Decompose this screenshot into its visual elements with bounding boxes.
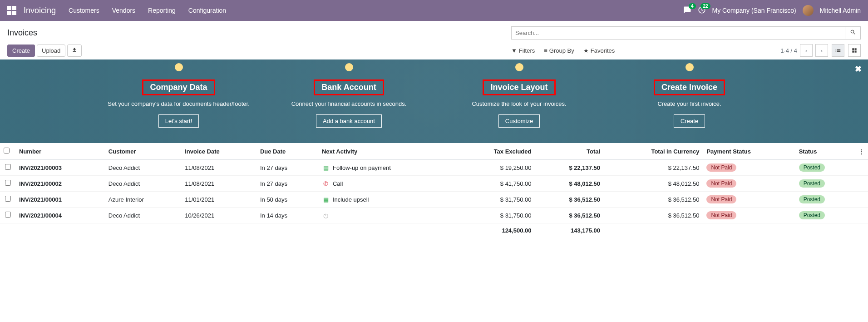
onboard-step-desc: Set your company's data for documents he… <box>94 100 264 108</box>
pager-text: 1-4 / 4 <box>780 47 797 54</box>
cell-due-date: In 27 days <box>256 176 318 192</box>
upload-button[interactable]: Upload <box>37 45 65 57</box>
row-checkbox[interactable] <box>5 196 11 202</box>
table-row[interactable]: INV/2021/00004 Deco Addict 10/26/2021 In… <box>0 208 868 223</box>
cell-tax-excluded: $ 19,250.00 <box>455 160 535 176</box>
nav-customers[interactable]: Customers <box>69 7 99 14</box>
pager-next[interactable]: › <box>815 44 828 57</box>
col-customer[interactable]: Customer <box>105 143 181 160</box>
cell-total-currency: $ 36,512.50 <box>604 208 703 223</box>
cell-payment-status: Not Paid <box>703 208 795 223</box>
cell-invoice-date: 10/26/2021 <box>181 208 256 223</box>
control-panel: Invoices Create Upload ▼ Filters ≡ Group… <box>0 21 868 59</box>
onboard-step-1: Bank Account Connect your financial acco… <box>264 79 434 128</box>
pill-posted: Posted <box>799 195 825 203</box>
cell-number: INV/2021/00002 <box>15 176 105 192</box>
pill-posted: Posted <box>799 163 825 172</box>
cell-number: INV/2021/00003 <box>15 160 105 176</box>
pill-posted: Posted <box>799 211 825 219</box>
cell-customer: Deco Addict <box>105 208 181 223</box>
activities-icon[interactable]: 22 <box>698 6 706 15</box>
col-number[interactable]: Number <box>15 143 105 160</box>
col-next-activity[interactable]: Next Activity <box>318 143 455 160</box>
col-invoice-date[interactable]: Invoice Date <box>181 143 256 160</box>
table-row[interactable]: INV/2021/00002 Deco Addict 11/08/2021 In… <box>0 176 868 192</box>
company-selector[interactable]: My Company (San Francisco) <box>712 7 796 14</box>
cell-due-date: In 14 days <box>256 208 318 223</box>
onboarding-banner: ✖ Company Data Set your company's data f… <box>0 59 868 143</box>
onboard-step-3: Create Invoice Create your first invoice… <box>604 79 774 128</box>
app-brand[interactable]: Invoicing <box>24 6 56 15</box>
search-input[interactable] <box>512 27 845 39</box>
onboard-progress-line <box>104 48 764 49</box>
cell-activity[interactable]: ▤Include upsell <box>318 192 455 208</box>
cell-tax-excluded: $ 31,750.00 <box>455 208 535 223</box>
total-tax-excluded: 124,500.00 <box>455 223 535 238</box>
cell-number: INV/2021/00001 <box>15 192 105 208</box>
cell-total-currency: $ 48,012.50 <box>604 176 703 192</box>
user-name[interactable]: Mitchell Admin <box>820 7 861 14</box>
col-tax-excluded[interactable]: Tax Excluded <box>455 143 535 160</box>
messages-badge: 4 <box>689 3 696 9</box>
onboard-step-button[interactable]: Let's start! <box>158 114 199 128</box>
search-button[interactable] <box>845 27 860 39</box>
col-status[interactable]: Status <box>795 143 855 160</box>
cell-total: $ 36,512.50 <box>535 192 604 208</box>
cell-customer: Deco Addict <box>105 176 181 192</box>
cell-activity[interactable]: ✆Call <box>318 176 455 192</box>
onboard-step-title: Bank Account <box>314 79 384 95</box>
cell-due-date: In 50 days <box>256 192 318 208</box>
cell-total: $ 36,512.50 <box>535 208 604 223</box>
cell-due-date: In 27 days <box>256 160 318 176</box>
view-kanban[interactable] <box>848 44 861 57</box>
onboard-step-desc: Create your first invoice. <box>604 100 774 108</box>
cell-payment-status: Not Paid <box>703 192 795 208</box>
close-icon[interactable]: ✖ <box>855 64 862 74</box>
apps-switcher-icon[interactable] <box>7 6 16 15</box>
row-checkbox[interactable] <box>5 212 11 218</box>
table-row[interactable]: INV/2021/00003 Deco Addict 11/08/2021 In… <box>0 160 868 176</box>
pager-prev[interactable]: ‹ <box>800 44 813 57</box>
select-all-checkbox[interactable] <box>4 148 10 154</box>
messages-icon[interactable]: 4 <box>683 6 691 15</box>
cell-activity[interactable]: ◷ <box>318 208 455 223</box>
cell-status: Posted <box>795 192 855 208</box>
onboard-step-dot <box>686 63 694 71</box>
nav-configuration[interactable]: Configuration <box>188 7 226 14</box>
onboard-step-desc: Connect your financial accounts in secon… <box>264 100 434 108</box>
table-totals-row: 124,500.00 143,175.00 <box>0 223 868 238</box>
onboard-step-title: Create Invoice <box>654 79 725 95</box>
col-due-date[interactable]: Due Date <box>256 143 318 160</box>
create-button[interactable]: Create <box>7 45 35 57</box>
col-total[interactable]: Total <box>535 143 604 160</box>
cell-invoice-date: 11/01/2021 <box>181 192 256 208</box>
onboard-step-title: Invoice Layout <box>483 79 555 95</box>
row-checkbox[interactable] <box>5 180 11 186</box>
cell-payment-status: Not Paid <box>703 176 795 192</box>
user-avatar[interactable] <box>803 5 814 16</box>
table-row[interactable]: INV/2021/00001 Azure Interior 11/01/2021… <box>0 192 868 208</box>
onboard-step-0: Company Data Set your company's data for… <box>94 79 264 128</box>
onboard-step-button[interactable]: Customize <box>498 114 540 128</box>
row-checkbox[interactable] <box>5 164 11 170</box>
cell-tax-excluded: $ 31,750.00 <box>455 192 535 208</box>
cell-invoice-date: 11/08/2021 <box>181 160 256 176</box>
cell-total-currency: $ 36,512.50 <box>604 192 703 208</box>
nav-reporting[interactable]: Reporting <box>148 7 176 14</box>
cell-customer: Deco Addict <box>105 160 181 176</box>
activity-green-icon: ▤ <box>322 164 330 171</box>
nav-vendors[interactable]: Vendors <box>112 7 135 14</box>
col-payment-status[interactable]: Payment Status <box>703 143 795 160</box>
download-button[interactable] <box>67 45 82 57</box>
invoices-table: Number Customer Invoice Date Due Date Ne… <box>0 143 868 238</box>
cell-status: Posted <box>795 208 855 223</box>
cell-number: INV/2021/00004 <box>15 208 105 223</box>
onboard-step-button[interactable]: Create <box>674 114 705 128</box>
onboard-step-button[interactable]: Add a bank account <box>316 114 382 128</box>
view-list[interactable] <box>832 44 844 57</box>
pill-notpaid: Not Paid <box>706 179 736 188</box>
onboard-step-dot <box>515 63 523 71</box>
col-total-currency[interactable]: Total in Currency <box>604 143 703 160</box>
cell-activity[interactable]: ▤Follow-up on payment <box>318 160 455 176</box>
col-optional[interactable]: ⋮ <box>855 143 868 160</box>
